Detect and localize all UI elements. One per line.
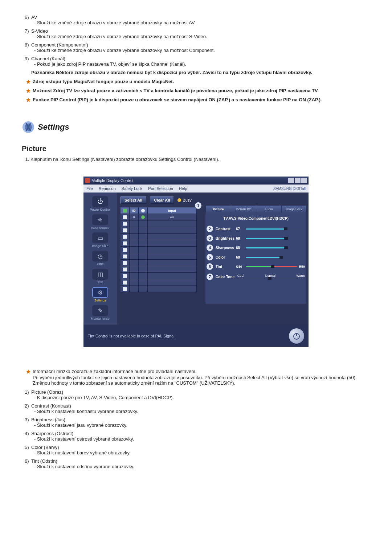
busy-dot-icon [177, 198, 181, 202]
sidebar: ⏻Power Control⎆Input Source▭Image Size◷T… [83, 193, 117, 325]
callout-2: 2 [206, 225, 213, 232]
sharpness-slider[interactable] [246, 246, 305, 249]
star-notes: Zdroj vstupu typu MagicNet funguje pouze… [26, 79, 370, 102]
app-screenshot: Multiple Display Control FileRemoconSafe… [83, 177, 309, 347]
brightness-row[interactable]: 3Brightness68 [205, 234, 306, 243]
color-tone-option[interactable]: Cool [237, 274, 244, 278]
minimize-icon[interactable] [288, 178, 294, 183]
color-tone-slider[interactable] [237, 278, 305, 279]
pip-source-list: 6)AV- Slouží ke změně zdroje obrazu v ob… [25, 15, 370, 67]
brand-label: SAMSUNG DIGITall [273, 187, 306, 191]
sidebar-icon: ⎆ [92, 214, 108, 225]
contrast-slider[interactable] [246, 227, 305, 230]
sidebar-item-label: Input Source [83, 226, 117, 230]
window-controls[interactable] [288, 178, 307, 183]
sidebar-icon: ◷ [92, 251, 108, 262]
pip-note: Poznámka Některé zdroje obrazu v obraze … [31, 70, 370, 75]
menu-item[interactable]: Help [179, 186, 187, 191]
row-checkbox[interactable] [123, 215, 127, 219]
main-pane: Select All Clear All Busy 1 ID Input 0 [117, 193, 309, 325]
menu-item[interactable]: Port Selection [148, 186, 173, 191]
color-slider[interactable] [246, 256, 305, 259]
callout-5: 5 [206, 254, 213, 261]
maximize-icon[interactable] [295, 178, 301, 183]
power-button[interactable] [289, 328, 304, 344]
list-item: 6)Tint (Odstín)- Slouží k nastavení odst… [25, 458, 370, 469]
info-notes: Informační mřížka zobrazuje základní inf… [26, 369, 370, 386]
color-row[interactable]: 5Color60 [205, 252, 306, 262]
sidebar-item-maintenance[interactable]: ✎Maintenance [83, 305, 117, 320]
info-paragraph: Při výběru jednotlivých funkcí se jejich… [33, 375, 370, 386]
info-star-text: Informační mřížka zobrazuje základní inf… [33, 369, 197, 374]
tab-image-lock[interactable]: Image Lock [281, 206, 307, 213]
sidebar-icon: ✎ [92, 305, 108, 316]
sidebar-item-label: PIP [83, 280, 117, 284]
footer-message: Tint Control is not available in case of… [88, 334, 176, 338]
callout-7: 7 [206, 273, 213, 280]
sidebar-item-label: Settings [83, 299, 117, 302]
list-item: 8)Component (Komponentní)- Slouží ke změ… [25, 42, 370, 53]
brightness-slider[interactable] [246, 237, 305, 240]
step-1: Klepnutím na ikonu Settings (Nastavení) … [30, 157, 370, 162]
star-note: Zdroj vstupu typu MagicNet funguje pouze… [26, 79, 370, 84]
menu-item[interactable]: Safety Lock [122, 186, 142, 191]
list-item: 7)S-Video- Slouží ke změně zdroje obrazu… [25, 28, 370, 39]
table-row[interactable]: 0 AV [121, 214, 197, 220]
select-all-button[interactable]: Select All [121, 197, 146, 204]
svg-marker-2 [26, 98, 30, 102]
sidebar-item-power-control[interactable]: ⏻Power Control [83, 196, 117, 211]
list-item: 5)Color (Barvy)- Slouží k nastavení bare… [25, 445, 370, 455]
sidebar-icon: ⚙ [92, 287, 108, 298]
color-tone-row[interactable]: 7 Color Tone CoolNormalWarm [205, 271, 306, 282]
picture-steps: Klepnutím na ikonu Settings (Nastavení) … [23, 157, 370, 162]
svg-marker-1 [26, 89, 30, 93]
sidebar-icon: ◫ [92, 269, 108, 280]
sidebar-item-settings[interactable]: ⚙Settings [83, 287, 117, 302]
color-tone-option[interactable]: Warm [296, 274, 305, 278]
menu-item[interactable]: Remocon [99, 186, 116, 191]
list-item: 2)Contrast (Kontrast)- Slouží k nastaven… [25, 403, 370, 414]
busy-indicator: Busy [177, 198, 191, 202]
settings-panel: PicturePicture PCAudioImage Lock TV,AV,S… [205, 206, 306, 304]
callout-3: 3 [206, 235, 213, 242]
sidebar-item-input-source[interactable]: ⎆Input Source [83, 214, 117, 230]
app-title: Multiple Display Control [91, 178, 134, 183]
sidebar-item-label: Image Size [83, 244, 117, 248]
callout-4: 4 [206, 244, 213, 251]
close-icon[interactable] [301, 178, 307, 183]
settings-icon [22, 121, 35, 134]
picture-options-list: 1)Picture (Obraz)- K dispozici pouze pro… [25, 389, 370, 469]
star-icon [26, 89, 30, 93]
footer-strip: Tint Control is not available in case of… [83, 325, 309, 347]
sharpness-row[interactable]: 4Sharpness68 [205, 243, 306, 252]
menu-item[interactable]: File [86, 186, 93, 191]
picture-title: Picture [22, 145, 370, 153]
sidebar-icon: ▭ [92, 232, 108, 243]
callout-6: 6 [206, 263, 213, 270]
source-line: TV,AV,S-Video,Component,DVI(HDCP) [205, 213, 306, 224]
tab-picture[interactable]: Picture [205, 206, 231, 213]
section-header-settings: Settings [22, 121, 370, 134]
titlebar: Multiple Display Control [83, 177, 309, 185]
list-item: 3)Brightness (Jas)- Slouží k nastavení j… [25, 417, 370, 428]
sidebar-item-image-size[interactable]: ▭Image Size [83, 232, 117, 248]
sidebar-item-label: Maintenance [83, 317, 117, 320]
star-note: Možnost Zdroj TV lze vybrat pouze v zaří… [26, 88, 370, 93]
contrast-row[interactable]: 2Contrast67 [205, 224, 306, 234]
menubar: FileRemoconSafety LockPort SelectionHelp… [83, 185, 309, 193]
svg-marker-0 [26, 80, 30, 84]
sidebar-item-time[interactable]: ◷Time [83, 251, 117, 266]
settings-title: Settings [38, 122, 69, 132]
clear-all-button[interactable]: Clear All [150, 197, 174, 204]
tab-audio[interactable]: Audio [256, 206, 281, 213]
app-logo-icon [85, 178, 90, 183]
svg-marker-9 [26, 369, 30, 374]
star-icon [26, 98, 30, 102]
tint-row[interactable]: 6 Tint G50 R50 [205, 262, 306, 271]
tint-slider[interactable] [246, 265, 297, 268]
display-grid: ID Input 0 AV [121, 207, 197, 292]
sidebar-item-pip[interactable]: ◫PIP [83, 269, 117, 284]
sidebar-item-label: Power Control [83, 208, 117, 211]
tab-picture-pc[interactable]: Picture PC [231, 206, 256, 213]
list-item: 4)Sharpness (Ostrost)- Slouží k nastaven… [25, 431, 370, 442]
